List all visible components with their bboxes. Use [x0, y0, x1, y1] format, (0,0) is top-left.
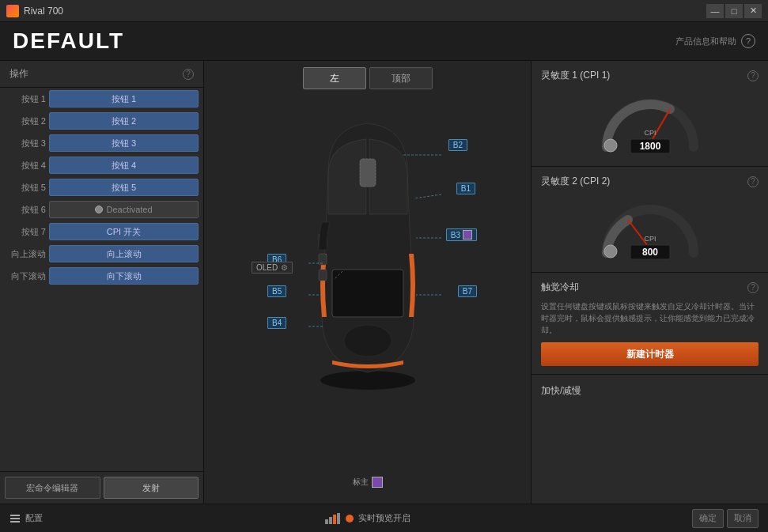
mouse-area: B2 B1 B3 B6 B5 B7 B4 OLED: [204, 96, 531, 504]
btn-action-scroll-up[interactable]: 向上滚动: [49, 245, 199, 262]
view-tabs: 左 顶部: [297, 61, 439, 96]
svg-point-0: [320, 371, 415, 390]
btn-label-scroll-up: 向上滚动: [5, 248, 46, 260]
cpi2-gauge: CPI 800: [595, 198, 706, 261]
mouse-label-b4[interactable]: B4: [267, 317, 286, 329]
mouse-svg: [289, 111, 447, 412]
maximize-button[interactable]: □: [725, 4, 743, 18]
title-bar-controls: — □ ✕: [706, 4, 762, 18]
cpi1-gauge: CPI 1800: [595, 92, 706, 155]
config-label: 配置: [25, 512, 43, 524]
cpi2-header: 灵敏度 2 (CPI 2) ?: [541, 175, 759, 188]
btn-label-3: 按钮 3: [5, 138, 46, 149]
left-panel-footer: 宏命令编辑器 发射: [0, 471, 203, 504]
cpi1-gauge-container: CPI 1800: [541, 89, 759, 158]
svg-text:800: 800: [641, 247, 657, 258]
svg-rect-32: [329, 517, 332, 524]
mouse-label-b3[interactable]: B3: [446, 228, 477, 241]
svg-rect-28: [10, 515, 20, 516]
content-area: 操作 ? 按钮 1 按钮 1 按钮 2 按钮 2 按钮 3 按钮 3: [0, 61, 768, 504]
svg-point-7: [344, 325, 392, 357]
right-panel: 灵敏度 1 (CPI 1) ?: [531, 61, 768, 504]
svg-rect-5: [319, 270, 327, 281]
btn-action-3[interactable]: 按钮 3: [49, 134, 199, 152]
app-icon: [6, 5, 19, 17]
preview-dot: [346, 515, 354, 523]
accel-section: 加快/减慢: [532, 375, 768, 406]
title-bar-title: Rival 700: [24, 6, 63, 17]
button-row-1: 按钮 1 按钮 1: [0, 88, 203, 110]
button-row-scroll-down: 向下滚动 向下滚动: [0, 265, 203, 287]
product-info-link[interactable]: 产品信息和帮助: [675, 36, 736, 47]
btn-label-2: 按钮 2: [5, 115, 46, 127]
svg-rect-30: [10, 521, 20, 523]
preview-label: 实时预览开启: [358, 512, 410, 524]
mouse-label-b1[interactable]: B1: [456, 183, 475, 194]
svg-text:CPI: CPI: [644, 129, 656, 137]
close-button[interactable]: ✕: [744, 4, 762, 18]
tactile-description: 设置任何键盘按键或鼠标按键来触发自定义冷却计时器。当计时器完时，鼠标会提供触感提…: [541, 300, 759, 336]
btn-action-4[interactable]: 按钮 4: [49, 157, 199, 174]
button-row-5: 按钮 5 按钮 5: [0, 176, 203, 198]
new-timer-button[interactable]: 新建计时器: [541, 342, 759, 366]
bottom-right-buttons: 确定 取消: [692, 509, 759, 528]
ok-button[interactable]: 确定: [692, 509, 724, 528]
bottom-label-text: 标主: [353, 477, 369, 488]
left-panel-title: 操作: [9, 67, 28, 81]
menu-icon: [9, 513, 21, 524]
button-row-7: 按钮 7 CPI 开关: [0, 221, 203, 243]
config-button[interactable]: 配置: [9, 512, 43, 524]
title-bar-left: Rival 700: [6, 5, 63, 17]
minimize-button[interactable]: —: [706, 4, 724, 18]
bottom-color-swatch[interactable]: [372, 477, 383, 488]
mouse-label-b2[interactable]: B2: [448, 139, 467, 151]
tactile-help-icon[interactable]: ?: [747, 282, 759, 293]
mouse-label-b7[interactable]: B7: [458, 285, 477, 297]
button-row-2: 按钮 2 按钮 2: [0, 110, 203, 132]
tab-left[interactable]: 左: [303, 67, 366, 89]
btn-action-scroll-down[interactable]: 向下滚动: [49, 267, 199, 285]
button-row-scroll-up: 向上滚动 向上滚动: [0, 243, 203, 265]
cpi2-title: 灵敏度 2 (CPI 2): [541, 175, 610, 188]
svg-rect-4: [319, 254, 327, 265]
b3-color-swatch: [463, 230, 472, 240]
btn-action-7[interactable]: CPI 开关: [49, 223, 199, 240]
btn-action-5[interactable]: 按钮 5: [49, 179, 199, 196]
button-row-4: 按钮 4 按钮 4: [0, 154, 203, 176]
cpi2-help-icon[interactable]: ?: [747, 176, 759, 187]
oled-text: OLED: [256, 263, 278, 272]
app-container: DEFAULT 产品信息和帮助 ? 操作 ? 按钮 1 按钮 1 按钮 2: [0, 22, 768, 532]
deactivated-icon: [95, 206, 103, 213]
btn-action-1[interactable]: 按钮 1: [49, 90, 199, 108]
left-panel: 操作 ? 按钮 1 按钮 1 按钮 2 按钮 2 按钮 3 按钮 3: [0, 61, 204, 504]
b3-text: B3: [451, 231, 460, 240]
deactivated-text: Deactivated: [106, 205, 152, 214]
gear-icon[interactable]: ⚙: [281, 263, 288, 272]
btn-action-6[interactable]: Deactivated: [49, 201, 199, 218]
cancel-button[interactable]: 取消: [727, 509, 759, 528]
left-panel-header: 操作 ?: [0, 61, 203, 88]
page-title: DEFAULT: [13, 28, 124, 54]
macro-editor-button[interactable]: 宏命令编辑器: [5, 477, 100, 499]
btn-action-2[interactable]: 按钮 2: [49, 112, 199, 130]
btn-label-6: 按钮 6: [5, 204, 46, 216]
preview-indicator: 实时预览开启: [325, 512, 410, 524]
svg-point-22: [604, 245, 617, 258]
tab-top[interactable]: 顶部: [369, 67, 433, 89]
cpi2-gauge-container: CPI 800: [541, 194, 759, 264]
btn-label-7: 按钮 7: [5, 226, 46, 238]
fire-button[interactable]: 发射: [104, 477, 199, 499]
accel-title: 加快/减慢: [541, 385, 581, 396]
btn-label-1: 按钮 1: [5, 93, 46, 105]
mouse-label-b5[interactable]: B5: [267, 285, 286, 297]
title-bar: Rival 700 — □ ✕: [0, 0, 768, 22]
svg-rect-34: [337, 513, 340, 524]
svg-line-17: [650, 109, 670, 143]
btn-label-4: 按钮 4: [5, 160, 46, 172]
center-panel: 左 顶部: [204, 61, 531, 504]
left-panel-help-icon[interactable]: ?: [183, 69, 194, 80]
cpi1-help-icon[interactable]: ?: [747, 70, 759, 81]
cpi2-section: 灵敏度 2 (CPI 2) ?: [532, 167, 768, 273]
oled-label[interactable]: OLED ⚙: [252, 262, 293, 274]
header-help-icon[interactable]: ?: [741, 34, 755, 48]
